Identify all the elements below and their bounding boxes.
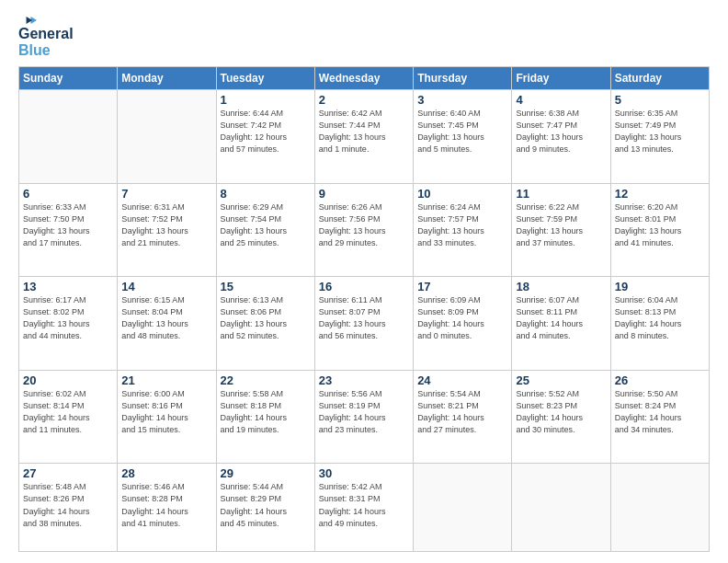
day-number: 21 <box>121 373 211 387</box>
calendar-cell: 19Sunrise: 6:04 AM Sunset: 8:13 PM Dayli… <box>610 277 709 371</box>
day-info: Sunrise: 6:31 AM Sunset: 7:52 PM Dayligh… <box>121 201 211 249</box>
calendar-cell: 14Sunrise: 6:15 AM Sunset: 8:04 PM Dayli… <box>118 277 216 371</box>
day-info: Sunrise: 6:09 AM Sunset: 8:09 PM Dayligh… <box>417 294 507 342</box>
calendar-cell: 29Sunrise: 5:44 AM Sunset: 8:29 PM Dayli… <box>216 464 314 552</box>
calendar-cell <box>118 90 216 184</box>
calendar-cell: 8Sunrise: 6:29 AM Sunset: 7:54 PM Daylig… <box>216 183 314 277</box>
day-number: 27 <box>23 466 113 480</box>
day-info: Sunrise: 5:58 AM Sunset: 8:18 PM Dayligh… <box>221 388 311 436</box>
day-info: Sunrise: 6:26 AM Sunset: 7:56 PM Dayligh… <box>319 201 409 249</box>
calendar-cell: 27Sunrise: 5:48 AM Sunset: 8:26 PM Dayli… <box>19 464 118 552</box>
week-row-2: 13Sunrise: 6:17 AM Sunset: 8:02 PM Dayli… <box>19 277 710 371</box>
day-header-thursday: Thursday <box>414 67 512 90</box>
day-info: Sunrise: 6:44 AM Sunset: 7:42 PM Dayligh… <box>221 108 311 155</box>
day-info: Sunrise: 6:02 AM Sunset: 8:14 PM Dayligh… <box>23 388 113 436</box>
calendar-cell <box>512 464 610 552</box>
calendar-cell <box>610 464 709 552</box>
day-header-saturday: Saturday <box>610 67 709 90</box>
day-info: Sunrise: 6:35 AM Sunset: 7:49 PM Dayligh… <box>615 108 705 155</box>
calendar-cell: 30Sunrise: 5:42 AM Sunset: 8:31 PM Dayli… <box>314 464 413 552</box>
calendar-cell: 20Sunrise: 6:02 AM Sunset: 8:14 PM Dayli… <box>19 370 118 464</box>
day-info: Sunrise: 5:42 AM Sunset: 8:31 PM Dayligh… <box>319 481 409 529</box>
calendar-cell: 21Sunrise: 6:00 AM Sunset: 8:16 PM Dayli… <box>118 370 216 464</box>
day-number: 1 <box>221 93 311 107</box>
calendar-cell: 22Sunrise: 5:58 AM Sunset: 8:18 PM Dayli… <box>216 370 314 464</box>
day-number: 29 <box>221 466 311 480</box>
calendar-cell: 16Sunrise: 6:11 AM Sunset: 8:07 PM Dayli… <box>314 277 413 371</box>
day-number: 28 <box>121 466 211 480</box>
day-number: 30 <box>319 466 409 480</box>
day-header-wednesday: Wednesday <box>314 67 413 90</box>
day-number: 24 <box>417 373 507 387</box>
logo: General Blue <box>18 15 74 59</box>
calendar-cell: 25Sunrise: 5:52 AM Sunset: 8:23 PM Dayli… <box>512 370 610 464</box>
day-info: Sunrise: 5:56 AM Sunset: 8:19 PM Dayligh… <box>319 388 409 436</box>
day-header-tuesday: Tuesday <box>216 67 314 90</box>
day-info: Sunrise: 6:11 AM Sunset: 8:07 PM Dayligh… <box>319 294 409 342</box>
day-info: Sunrise: 6:33 AM Sunset: 7:50 PM Dayligh… <box>23 201 113 249</box>
day-number: 10 <box>417 187 507 201</box>
day-number: 16 <box>319 280 409 293</box>
day-number: 20 <box>23 373 113 387</box>
calendar-cell <box>414 464 512 552</box>
day-info: Sunrise: 5:50 AM Sunset: 8:24 PM Dayligh… <box>615 388 705 436</box>
calendar-cell: 10Sunrise: 6:24 AM Sunset: 7:57 PM Dayli… <box>414 183 512 277</box>
logo-text-general: General <box>18 26 74 41</box>
calendar-cell: 18Sunrise: 6:07 AM Sunset: 8:11 PM Dayli… <box>512 277 610 371</box>
day-number: 15 <box>221 280 311 293</box>
calendar-cell: 24Sunrise: 5:54 AM Sunset: 8:21 PM Dayli… <box>414 370 512 464</box>
calendar-cell: 9Sunrise: 6:26 AM Sunset: 7:56 PM Daylig… <box>314 183 413 277</box>
week-row-0: 1Sunrise: 6:44 AM Sunset: 7:42 PM Daylig… <box>19 90 710 184</box>
day-info: Sunrise: 6:13 AM Sunset: 8:06 PM Dayligh… <box>221 294 311 342</box>
page: General Blue SundayMondayTuesdayWednesda… <box>0 0 728 563</box>
day-number: 9 <box>319 187 409 201</box>
day-info: Sunrise: 6:15 AM Sunset: 8:04 PM Dayligh… <box>121 294 211 342</box>
day-info: Sunrise: 6:20 AM Sunset: 8:01 PM Dayligh… <box>615 201 705 249</box>
calendar-cell: 28Sunrise: 5:46 AM Sunset: 8:28 PM Dayli… <box>118 464 216 552</box>
day-info: Sunrise: 5:52 AM Sunset: 8:23 PM Dayligh… <box>516 388 606 436</box>
day-info: Sunrise: 5:54 AM Sunset: 8:21 PM Dayligh… <box>417 388 507 436</box>
day-info: Sunrise: 6:17 AM Sunset: 8:02 PM Dayligh… <box>23 294 113 342</box>
day-number: 22 <box>221 373 311 387</box>
week-row-3: 20Sunrise: 6:02 AM Sunset: 8:14 PM Dayli… <box>19 370 710 464</box>
day-info: Sunrise: 5:46 AM Sunset: 8:28 PM Dayligh… <box>121 481 211 529</box>
calendar-table: SundayMondayTuesdayWednesdayThursdayFrid… <box>18 66 710 552</box>
day-number: 12 <box>615 187 705 201</box>
day-number: 3 <box>417 93 507 107</box>
day-number: 6 <box>23 187 113 201</box>
calendar-cell: 3Sunrise: 6:40 AM Sunset: 7:45 PM Daylig… <box>414 90 512 184</box>
day-number: 4 <box>516 93 606 107</box>
day-header-sunday: Sunday <box>19 67 118 90</box>
day-info: Sunrise: 6:38 AM Sunset: 7:47 PM Dayligh… <box>516 108 606 155</box>
day-number: 14 <box>121 280 211 293</box>
day-info: Sunrise: 6:04 AM Sunset: 8:13 PM Dayligh… <box>615 294 705 342</box>
day-number: 26 <box>615 373 705 387</box>
day-number: 2 <box>319 93 409 107</box>
day-info: Sunrise: 5:44 AM Sunset: 8:29 PM Dayligh… <box>221 481 311 529</box>
calendar-cell: 13Sunrise: 6:17 AM Sunset: 8:02 PM Dayli… <box>19 277 118 371</box>
logo-icon <box>20 15 37 26</box>
calendar-cell: 5Sunrise: 6:35 AM Sunset: 7:49 PM Daylig… <box>610 90 709 184</box>
day-number: 18 <box>516 280 606 293</box>
day-number: 25 <box>516 373 606 387</box>
calendar-cell: 7Sunrise: 6:31 AM Sunset: 7:52 PM Daylig… <box>118 183 216 277</box>
day-info: Sunrise: 6:40 AM Sunset: 7:45 PM Dayligh… <box>417 108 507 155</box>
calendar-cell: 26Sunrise: 5:50 AM Sunset: 8:24 PM Dayli… <box>610 370 709 464</box>
day-number: 11 <box>516 187 606 201</box>
calendar-cell: 12Sunrise: 6:20 AM Sunset: 8:01 PM Dayli… <box>610 183 709 277</box>
header: General Blue <box>18 15 710 59</box>
day-info: Sunrise: 5:48 AM Sunset: 8:26 PM Dayligh… <box>23 481 113 529</box>
day-number: 19 <box>615 280 705 293</box>
logo-text-blue: Blue <box>18 42 51 58</box>
day-number: 8 <box>221 187 311 201</box>
calendar-cell: 15Sunrise: 6:13 AM Sunset: 8:06 PM Dayli… <box>216 277 314 371</box>
calendar-cell: 6Sunrise: 6:33 AM Sunset: 7:50 PM Daylig… <box>19 183 118 277</box>
header-row: SundayMondayTuesdayWednesdayThursdayFrid… <box>19 67 710 90</box>
calendar-cell: 17Sunrise: 6:09 AM Sunset: 8:09 PM Dayli… <box>414 277 512 371</box>
day-number: 5 <box>615 93 705 107</box>
day-info: Sunrise: 6:24 AM Sunset: 7:57 PM Dayligh… <box>417 201 507 249</box>
calendar-cell: 1Sunrise: 6:44 AM Sunset: 7:42 PM Daylig… <box>216 90 314 184</box>
calendar-cell: 11Sunrise: 6:22 AM Sunset: 7:59 PM Dayli… <box>512 183 610 277</box>
week-row-4: 27Sunrise: 5:48 AM Sunset: 8:26 PM Dayli… <box>19 464 710 552</box>
calendar-cell: 23Sunrise: 5:56 AM Sunset: 8:19 PM Dayli… <box>314 370 413 464</box>
